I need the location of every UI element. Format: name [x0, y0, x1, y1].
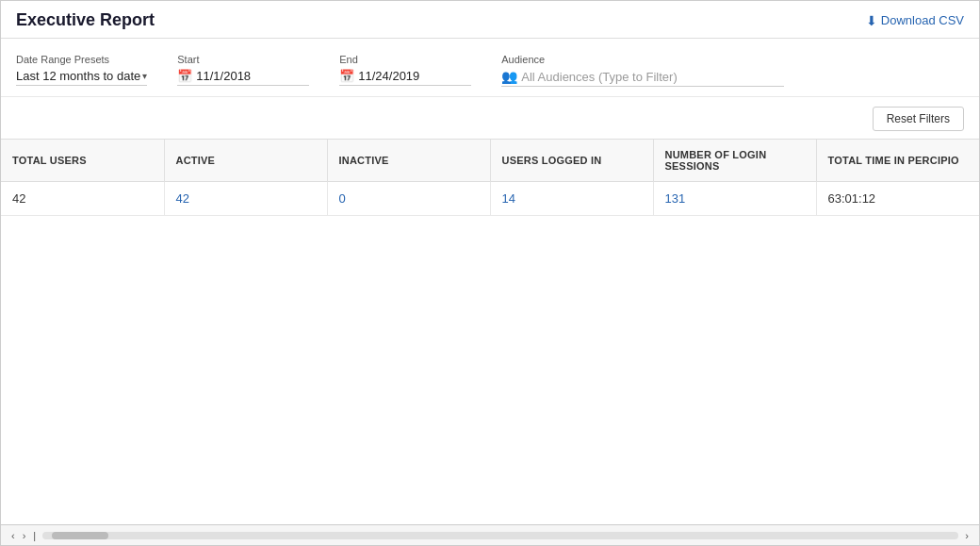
date-range-preset-label: Date Range Presets	[16, 54, 147, 65]
end-date-label: End	[339, 54, 471, 65]
col-total-users: TOTAL USERS	[1, 140, 164, 182]
start-date-wrapper: 📅 11/1/2018	[177, 69, 309, 86]
reset-filters-button[interactable]: Reset Filters	[873, 107, 964, 131]
audience-input[interactable]: All Audiences (Type to Filter)	[521, 70, 677, 84]
table-header-row: TOTAL USERS ACTIVE INACTIVE USERS LOGGED…	[1, 140, 979, 182]
horizontal-scrollbar-thumb[interactable]	[52, 532, 108, 539]
start-date-group: Start 📅 11/1/2018	[177, 54, 309, 86]
end-date-value: 11/24/2019	[358, 69, 419, 83]
col-active: ACTIVE	[164, 140, 327, 182]
table-cell: 0	[327, 182, 490, 216]
start-date-value: 11/1/2018	[196, 69, 251, 83]
scroll-right-small-btn[interactable]: ›	[20, 529, 29, 542]
date-range-preset-wrapper: Last 12 months to date ▾	[16, 69, 147, 86]
col-inactive: INACTIVE	[327, 140, 490, 182]
date-range-dropdown-arrow[interactable]: ▾	[142, 71, 147, 81]
table-cell: 131	[653, 182, 816, 216]
table-row: 424201413163:01:12	[1, 182, 979, 216]
date-range-preset-group: Date Range Presets Last 12 months to dat…	[16, 54, 147, 86]
start-calendar-icon: 📅	[177, 69, 192, 83]
scroll-nav-left: ‹ › |	[8, 529, 39, 542]
filters-row: Date Range Presets Last 12 months to dat…	[16, 54, 964, 87]
page-title: Executive Report	[16, 10, 155, 30]
page-header: Executive Report ⬇ Download CSV	[1, 1, 979, 39]
scroll-far-right-btn[interactable]: ›	[962, 529, 972, 542]
end-date-wrapper: 📅 11/24/2019	[339, 69, 471, 86]
start-date-label: Start	[177, 54, 309, 65]
reset-filters-row: Reset Filters	[1, 97, 979, 139]
report-table-section: TOTAL USERS ACTIVE INACTIVE USERS LOGGED…	[1, 139, 979, 524]
table-cell: 42	[164, 182, 327, 216]
col-login-sessions: NUMBER OF LOGIN SESSIONS	[653, 140, 816, 182]
audience-label: Audience	[501, 54, 784, 65]
main-window: Executive Report ⬇ Download CSV Date Ran…	[0, 0, 980, 546]
audience-icon: 👥	[501, 69, 517, 84]
scroll-separator: |	[30, 529, 39, 542]
date-range-preset-value: Last 12 months to date	[16, 69, 140, 83]
table-cell: 14	[490, 182, 653, 216]
filters-section: Date Range Presets Last 12 months to dat…	[1, 39, 979, 97]
table-cell: 63:01:12	[816, 182, 979, 216]
download-label: Download CSV	[881, 13, 964, 27]
col-users-logged-in: USERS LOGGED IN	[490, 140, 653, 182]
col-total-time: TOTAL TIME IN PERCIPIO	[816, 140, 979, 182]
table-cell: 42	[1, 182, 164, 216]
report-table: TOTAL USERS ACTIVE INACTIVE USERS LOGGED…	[1, 140, 979, 216]
audience-group: Audience 👥 All Audiences (Type to Filter…	[501, 54, 784, 87]
end-date-group: End 📅 11/24/2019	[339, 54, 471, 86]
bottom-scroll-bar: ‹ › | ›	[1, 524, 979, 545]
download-csv-button[interactable]: ⬇ Download CSV	[866, 13, 964, 28]
scroll-left-btn[interactable]: ‹	[8, 529, 18, 542]
horizontal-scrollbar-track[interactable]	[42, 532, 958, 539]
audience-wrapper: 👥 All Audiences (Type to Filter)	[501, 69, 784, 87]
end-calendar-icon: 📅	[339, 69, 354, 83]
download-icon: ⬇	[866, 13, 877, 28]
